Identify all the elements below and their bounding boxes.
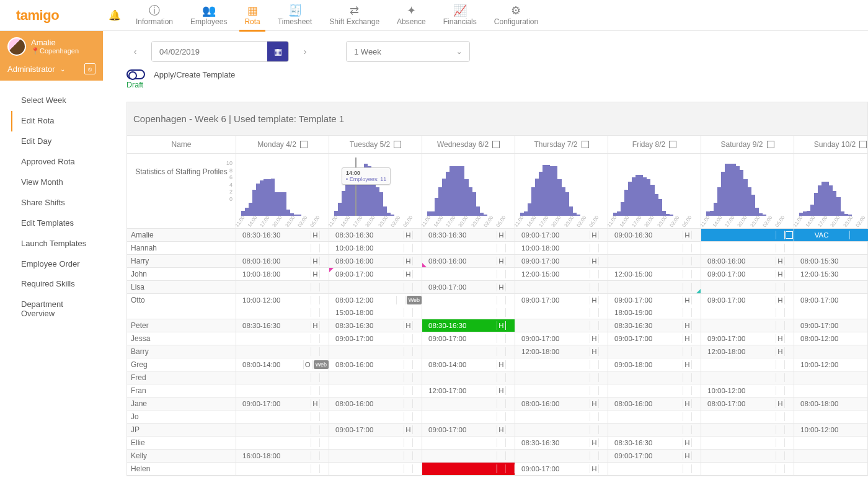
day-header[interactable]: Monday 4/2 [236,136,329,153]
shift-cell[interactable]: 08:00-12:00O [794,332,868,345]
shift-cell[interactable]: 09:00-18:00H [608,358,701,371]
shift-cell[interactable] [422,410,515,423]
shift-cell[interactable] [794,384,868,397]
shift-cell[interactable] [701,242,794,254]
shift-cell[interactable] [236,281,329,293]
shift-cell[interactable] [515,319,608,332]
shift-cell[interactable]: 09:00-17:00H [608,294,701,306]
shift-cell[interactable]: 12:00-18:00H [515,345,608,358]
employee-name[interactable]: Jane [127,397,236,410]
shift-cell[interactable] [422,450,515,462]
shift-cell[interactable] [515,384,608,397]
notifications-icon[interactable]: 🔔 [102,9,127,21]
note-icon[interactable] [669,141,676,148]
employee-name[interactable]: Ellie [127,437,236,449]
shift-cell[interactable]: 10:00-12:00 [701,384,794,397]
employee-name[interactable]: Harry [127,255,236,267]
nav-rota[interactable]: ▦Rota [236,0,268,31]
shift-cell[interactable]: 12:00-15:00 [608,268,701,280]
shift-cell[interactable] [701,437,794,449]
shift-cell[interactable]: 09:00-17:00H [608,450,701,462]
employee-name[interactable]: Helen [127,463,236,475]
shift-cell[interactable]: 08:30-16:30H [515,437,608,449]
shift-cell[interactable] [236,463,329,475]
shift-cell[interactable]: 09:00-17:00H [515,255,608,267]
avatar[interactable] [7,37,26,56]
shift-cell[interactable] [515,450,608,462]
shift-cell[interactable] [701,450,794,462]
shift-cell[interactable] [422,306,515,319]
shift-cell[interactable] [329,371,422,384]
shift-cell[interactable]: VAC [794,229,868,241]
employee-name[interactable]: Barry [127,345,236,358]
employee-name[interactable]: JP [127,424,236,436]
shift-cell[interactable]: 08:30-16:30H [422,319,515,332]
nav-financials[interactable]: 📈Financials [435,0,485,31]
shift-cell[interactable]: 12:00-15:00 [515,268,608,280]
shift-cell[interactable] [515,371,608,384]
shift-cell[interactable] [329,450,422,462]
shift-cell[interactable] [236,242,329,254]
day-header[interactable]: Saturday 9/2 [701,136,794,153]
employee-name[interactable]: Hannah [127,242,236,254]
shift-cell[interactable] [236,384,329,397]
shift-cell[interactable]: 15:00-18:00 [329,306,422,319]
shift-cell[interactable] [422,268,515,280]
shift-cell[interactable] [794,463,868,475]
shift-cell[interactable]: 09:00-17:00H [422,424,515,436]
shift-cell[interactable]: 10:00-12:00 [794,424,868,436]
shift-cell[interactable]: 08:30-16:30H [329,319,422,332]
sidebar-item-select-week[interactable]: Select Week [0,91,103,111]
shift-cell[interactable]: 12:00-17:00H [422,384,515,397]
shift-cell[interactable] [701,371,794,384]
shift-cell[interactable]: 08:30-16:30H [236,319,329,332]
shift-cell[interactable]: 08:00-14:00H [422,358,515,371]
note-icon[interactable] [492,141,500,148]
sidebar-item-approved-rota[interactable]: Approved Rota [0,152,103,172]
shift-cell[interactable]: 08:30-16:30H [608,319,701,332]
role-selector[interactable]: Administrator ⌄ ⎋ [7,63,95,74]
shift-cell[interactable]: 09:00-17:00H [515,463,608,475]
shift-cell[interactable] [329,384,422,397]
sidebar-item-share-shifts[interactable]: Share Shifts [0,193,103,213]
note-icon[interactable] [582,141,589,148]
sidebar-item-view-month[interactable]: View Month [0,172,103,193]
shift-cell[interactable]: 16:00-18:00 [236,450,329,462]
shift-cell[interactable]: 09:00-17:00H [701,268,794,280]
employee-name[interactable]: Peter [127,319,236,332]
shift-cell[interactable] [608,410,701,423]
shift-cell[interactable]: 08:30-16:30H [608,437,701,449]
day-header[interactable]: Friday 8/2 [608,136,701,153]
note-icon[interactable] [300,141,308,148]
shift-cell[interactable]: 09:00-17:00H [515,229,608,241]
shift-cell[interactable] [701,281,794,293]
shift-cell[interactable] [236,424,329,436]
shift-cell[interactable] [794,306,868,319]
note-icon[interactable] [394,141,401,148]
shift-cell[interactable] [701,358,794,371]
shift-cell[interactable] [422,345,515,358]
employee-name[interactable]: Fran [127,384,236,397]
shift-cell[interactable] [236,410,329,423]
shift-cell[interactable]: 10:00-18:00 [329,242,422,254]
shift-cell[interactable] [515,358,608,371]
employee-name[interactable]: Amalie [127,229,236,241]
nav-configuration[interactable]: ⚙Configuration [485,0,547,31]
shift-cell[interactable]: 10:00-18:00H [236,268,329,280]
shift-cell[interactable] [329,281,422,293]
shift-cell[interactable] [701,306,794,319]
shift-cell[interactable] [608,463,701,475]
shift-cell[interactable] [515,410,608,423]
shift-cell[interactable]: 09:00-17:00H [794,319,868,332]
shift-cell[interactable] [515,424,608,436]
logout-icon[interactable]: ⎋ [84,63,95,74]
shift-cell[interactable]: 08:00-12:00Web [329,294,422,306]
shift-cell[interactable] [608,424,701,436]
shift-cell[interactable]: 09:00-17:00H [515,294,608,306]
shift-cell[interactable]: 09:00-17:00H [329,424,422,436]
shift-cell[interactable]: 08:00-16:00H [515,397,608,410]
shift-cell[interactable] [608,242,701,254]
shift-cell[interactable] [608,345,701,358]
shift-cell[interactable] [794,371,868,384]
nav-employees[interactable]: 👥Employees [182,0,236,31]
